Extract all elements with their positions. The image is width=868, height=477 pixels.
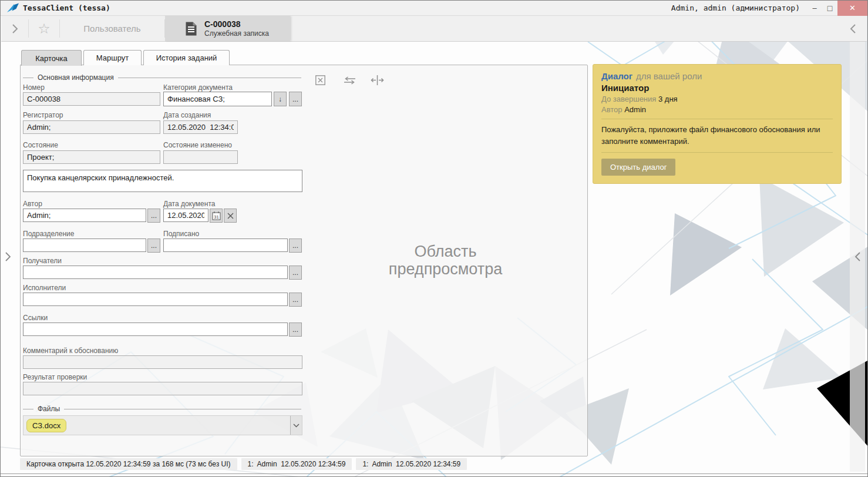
right-panel-toggle[interactable] — [851, 247, 864, 266]
files-list: СЗ.docx — [23, 415, 302, 435]
author-field[interactable] — [23, 209, 146, 222]
signed-ellipsis-button[interactable]: ... — [289, 238, 302, 253]
clear-date-button[interactable] — [224, 209, 237, 223]
maximize-button[interactable]: □ — [822, 1, 837, 16]
comment-label: Комментарий к обоснованию — [23, 347, 118, 355]
file-name: СЗ.docx — [32, 421, 60, 430]
current-user-label: Admin, admin (администратор) — [671, 4, 807, 12]
dialog-due-line: До завершения 3 дня — [601, 95, 833, 103]
files-dropdown-button[interactable] — [290, 416, 302, 435]
category-ellipsis-button[interactable]: ... — [289, 92, 302, 106]
close-button[interactable]: ✕ — [837, 1, 867, 16]
performers-field[interactable] — [23, 293, 288, 306]
task-indicator-1[interactable]: 1: Admin 12.05.2020 12:34:59 — [241, 458, 352, 470]
tab-task-history[interactable]: История заданий — [143, 50, 230, 65]
tab-document-number: С-000038 — [204, 19, 269, 29]
category-select-button[interactable]: ↓ — [274, 92, 287, 106]
section-main-info-label: Основная информация — [38, 73, 114, 82]
workspace-tab-bar: ☆ Пользователь С-000038 Служебная записк… — [1, 16, 867, 42]
arrow-down-icon: ↓ — [278, 96, 282, 103]
performers-ellipsis-button[interactable]: ... — [289, 293, 302, 307]
chevron-right-icon — [11, 23, 18, 35]
collapse-right-button[interactable] — [840, 16, 867, 41]
status-bar: Карточка открыта 12.05.2020 12:34:59 за … — [20, 458, 467, 470]
dialog-message: Пожалуйста, приложите файл финансового о… — [601, 124, 833, 147]
due-label: До завершения — [601, 95, 656, 103]
department-field[interactable] — [23, 238, 146, 252]
close-box-icon — [315, 75, 325, 85]
card-opened-status: Карточка открыта 12.05.2020 12:34:59 за … — [20, 458, 237, 470]
task-dialog-card: Диалогдля вашей роли Инициатор До заверш… — [593, 64, 842, 184]
close-preview-button[interactable] — [315, 75, 325, 85]
tab-user-label: Пользователь — [83, 23, 140, 33]
subject-textarea[interactable]: Покупка канцелярских принадлежностей. — [23, 170, 302, 192]
registrar-field[interactable] — [23, 120, 160, 134]
tab-route[interactable]: Маршрут — [83, 50, 142, 65]
dialog-author-label: Автор — [601, 105, 623, 114]
department-ellipsis-button[interactable]: ... — [147, 238, 160, 253]
created-label: Дата создания — [163, 111, 211, 119]
left-panel-toggle[interactable] — [2, 247, 14, 266]
recipients-ellipsis-button[interactable]: ... — [289, 266, 302, 280]
category-field[interactable] — [163, 92, 272, 106]
calendar-icon: 31 — [212, 211, 221, 220]
file-chip[interactable]: СЗ.docx — [26, 419, 66, 432]
links-ellipsis-button[interactable]: ... — [289, 323, 302, 337]
dialog-title-word: Диалог — [601, 71, 633, 81]
task-indicator-2[interactable]: 1: Admin 12.05.2020 12:34:59 — [356, 458, 467, 470]
number-field[interactable] — [23, 92, 160, 106]
swap-panels-button[interactable] — [342, 76, 356, 85]
doc-date-field[interactable] — [163, 209, 208, 222]
title-bar: TessaClient (tessa) Admin, admin (админи… — [1, 1, 867, 16]
preview-placeholder: Область предпросмотра — [303, 243, 588, 278]
recipients-field[interactable] — [23, 266, 288, 279]
author-label: Автор — [23, 200, 42, 208]
tab-card[interactable]: Карточка — [21, 50, 82, 66]
split-arrows-icon — [371, 75, 384, 85]
created-field[interactable] — [163, 120, 238, 134]
split-view-button[interactable] — [370, 75, 384, 85]
dialog-author-value: Admin — [624, 105, 646, 114]
ellipsis-icon: ... — [151, 212, 157, 219]
dialog-author-line: Автор Admin — [601, 105, 833, 114]
dialog-role: Инициатор — [601, 83, 833, 93]
window-title: TessaClient (tessa) — [23, 4, 110, 12]
ellipsis-icon: ... — [292, 96, 298, 103]
tab-user[interactable]: Пользователь — [60, 16, 164, 41]
ellipsis-icon: ... — [151, 242, 157, 249]
tab-document-active[interactable]: С-000038 Служебная записка — [165, 16, 290, 41]
department-label: Подразделение — [23, 230, 74, 238]
state-changed-field[interactable] — [163, 150, 238, 164]
tab-document-type: Служебная записка — [204, 29, 269, 38]
dialog-title: Диалогдля вашей роли — [601, 71, 833, 81]
section-files: Файлы — [23, 405, 301, 413]
check-result-label: Результат проверки — [23, 373, 87, 381]
ellipsis-icon: ... — [292, 269, 298, 276]
divider — [23, 409, 33, 409]
tab-route-label: Маршрут — [96, 53, 129, 62]
signed-label: Подписано — [163, 230, 199, 238]
divider — [601, 119, 833, 119]
open-dialog-button[interactable]: Открыть диалог — [601, 159, 675, 176]
minimize-button[interactable]: – — [807, 1, 822, 16]
tab-card-label: Карточка — [35, 54, 67, 63]
swap-arrows-icon — [343, 76, 356, 85]
due-value: 3 дня — [658, 95, 678, 103]
expand-menu-button[interactable] — [1, 16, 28, 41]
state-field[interactable] — [23, 150, 160, 164]
check-result-field[interactable] — [23, 382, 302, 395]
links-field[interactable] — [23, 323, 288, 336]
performers-label: Исполнители — [23, 284, 66, 292]
author-ellipsis-button[interactable]: ... — [147, 209, 160, 223]
chevron-right-icon — [5, 251, 11, 263]
favorites-button[interactable]: ☆ — [29, 16, 59, 41]
links-label: Ссылки — [23, 314, 48, 322]
category-label: Категория документа — [163, 83, 233, 92]
chevron-left-icon — [854, 251, 861, 263]
comment-field[interactable] — [23, 355, 302, 369]
ellipsis-icon: ... — [292, 326, 298, 333]
signed-field[interactable] — [163, 238, 288, 252]
doc-date-label: Дата документа — [163, 200, 215, 208]
calendar-button[interactable]: 31 — [210, 209, 223, 223]
document-icon — [185, 21, 197, 36]
